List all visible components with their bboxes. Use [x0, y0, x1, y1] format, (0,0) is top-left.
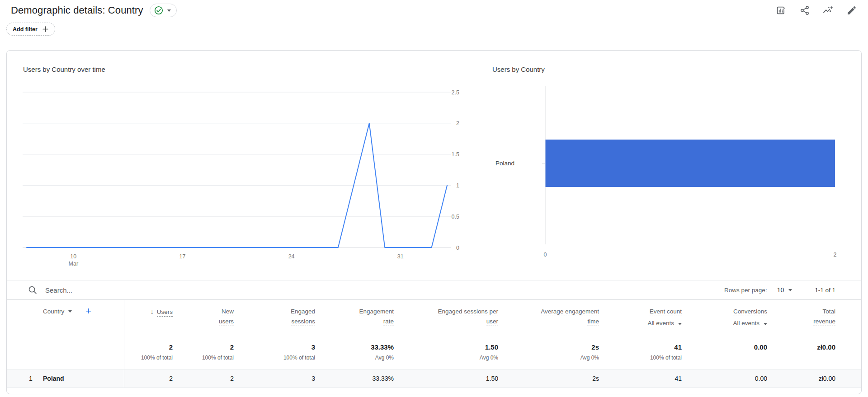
search-input[interactable]: [45, 286, 181, 294]
table-totals-row: 2100% of total 2100% of total 3100% of t…: [7, 338, 861, 369]
customize-report-button[interactable]: [775, 4, 788, 17]
column-label-engaged-sessions-per-user[interactable]: user: [486, 318, 498, 326]
totals-total-revenue: zł0.00: [767, 338, 835, 369]
cell-average-engagement-time: 2s: [498, 375, 599, 382]
svg-text:2.5: 2.5: [452, 89, 459, 96]
search-icon: [28, 285, 38, 295]
chevron-down-icon: [167, 9, 171, 12]
column-header-conversions: ConversionsAll events: [682, 300, 767, 338]
column-header-average-engagement-time: Average engagementtime: [498, 300, 599, 338]
svg-text:Poland: Poland: [495, 160, 514, 167]
column-label-average-engagement-time[interactable]: time: [587, 318, 599, 326]
check-circle-icon: [154, 6, 163, 15]
cell-engaged-sessions-per-user: 1.50: [394, 375, 498, 382]
cell-users: 2: [124, 375, 173, 382]
view-insights-button[interactable]: [822, 4, 835, 17]
row-dimension-value: Poland: [43, 369, 124, 388]
chevron-down-icon: [68, 310, 72, 313]
column-header-new-users: Newusers: [173, 300, 234, 338]
event-filter-conversions[interactable]: All events: [682, 320, 767, 327]
pagination-status: 1-1 of 1: [815, 287, 835, 294]
report-header: Demographic details: Country: [0, 0, 868, 17]
rows-per-page-select[interactable]: 10: [777, 286, 784, 294]
share-button[interactable]: [798, 4, 811, 17]
cell-engagement-rate: 33.33%: [315, 375, 394, 382]
dimension-selector[interactable]: Country: [43, 308, 72, 315]
chevron-down-icon: [764, 323, 767, 325]
column-label-engaged-sessions[interactable]: sessions: [291, 318, 315, 326]
charts-row: Users by Country over time 00.511.522.51…: [7, 51, 861, 274]
insights-icon: [822, 5, 834, 16]
cell-conversions: 0.00: [682, 375, 767, 382]
svg-text:17: 17: [179, 253, 185, 260]
column-label-engagement-rate[interactable]: Engagement: [359, 308, 394, 316]
users-by-country-chart: Users by Country Poland02: [488, 65, 849, 274]
svg-text:0.5: 0.5: [452, 214, 459, 220]
bar-poland: [546, 140, 835, 187]
rows-per-page-label: Rows per page:: [724, 287, 767, 294]
totals-event-count: 41100% of total: [599, 338, 682, 369]
column-label-total-revenue[interactable]: Total: [822, 308, 835, 316]
column-label-users[interactable]: Users: [157, 308, 173, 317]
column-header-engagement-rate: Engagementrate: [315, 300, 394, 338]
totals-average-engagement-time: 2sAvg 0%: [498, 338, 599, 369]
totals-dimension-cell: [19, 338, 124, 369]
sort-descending-icon: ↓: [151, 308, 154, 315]
column-label-new-users[interactable]: users: [219, 318, 234, 326]
cell-new-users: 2: [173, 375, 234, 382]
column-label-engaged-sessions[interactable]: Engaged: [291, 308, 315, 316]
column-header-users: ↓Users: [124, 300, 173, 338]
header-actions: [775, 4, 858, 17]
add-secondary-dimension-button[interactable]: +: [85, 307, 91, 316]
column-header-event-count: Event countAll events: [599, 300, 682, 338]
svg-text:24: 24: [288, 253, 295, 260]
table-header-row: Country + ↓UsersNewusersEngagedsessionsE…: [7, 300, 861, 338]
report-table: Country + ↓UsersNewusersEngagedsessionsE…: [7, 300, 861, 388]
totals-users: 2100% of total: [124, 338, 173, 369]
column-label-total-revenue[interactable]: revenue: [813, 318, 835, 326]
column-header-total-revenue: Totalrevenue: [767, 300, 835, 338]
totals-engagement-rate: 33.33%Avg 0%: [315, 338, 394, 369]
rows-per-page-caret-icon[interactable]: [788, 289, 792, 291]
svg-text:10: 10: [70, 253, 76, 260]
pagination-controls: Rows per page: 10 1-1 of 1: [724, 286, 835, 294]
column-header-engaged-sessions: Engagedsessions: [234, 300, 315, 338]
svg-text:0: 0: [544, 252, 547, 258]
column-label-event-count[interactable]: Event count: [650, 308, 682, 316]
svg-text:31: 31: [397, 253, 404, 260]
customize-report-icon: [776, 5, 787, 16]
cell-engaged-sessions: 3: [234, 375, 315, 382]
dimension-header-country: Country +: [19, 300, 124, 338]
edit-pencil-icon: [846, 5, 857, 16]
svg-text:2: 2: [834, 252, 837, 258]
edit-report-button[interactable]: [845, 4, 858, 17]
svg-text:1: 1: [456, 182, 459, 189]
search-box[interactable]: [19, 285, 181, 295]
report-card: Users by Country over time 00.511.522.51…: [6, 50, 862, 394]
svg-text:Mar: Mar: [69, 261, 79, 267]
event-filter-event-count[interactable]: All events: [599, 320, 682, 327]
share-icon: [799, 5, 810, 16]
plus-icon: [42, 26, 49, 33]
column-label-average-engagement-time[interactable]: Average engagement: [541, 308, 599, 316]
cell-total-revenue: zł0.00: [767, 375, 835, 382]
svg-text:2: 2: [456, 120, 459, 126]
users-by-country-bar-chart: Poland02: [488, 79, 849, 274]
users-over-time-line-chart: 00.511.522.510Mar172431: [19, 79, 471, 274]
page-title: Demographic details: Country: [11, 5, 143, 16]
filter-bar: Add filter: [0, 17, 868, 36]
cell-event-count: 41: [599, 375, 682, 382]
totals-engaged-sessions-per-user: 1.50Avg 0%: [394, 338, 498, 369]
svg-text:0: 0: [456, 245, 459, 251]
totals-new-users: 2100% of total: [173, 338, 234, 369]
column-label-engagement-rate[interactable]: rate: [383, 318, 394, 326]
line-chart-title: Users by Country over time: [23, 65, 471, 74]
column-label-conversions[interactable]: Conversions: [733, 308, 767, 316]
column-label-engaged-sessions-per-user[interactable]: Engaged sessions per: [438, 308, 498, 316]
add-filter-button[interactable]: Add filter: [6, 23, 55, 36]
report-status-badge[interactable]: [150, 4, 177, 17]
table-row: 1 Poland22333.33%1.502s410.00zł0.00: [7, 369, 861, 388]
column-label-new-users[interactable]: New: [222, 308, 234, 316]
totals-engaged-sessions: 3100% of total: [234, 338, 315, 369]
add-filter-label: Add filter: [13, 26, 38, 33]
